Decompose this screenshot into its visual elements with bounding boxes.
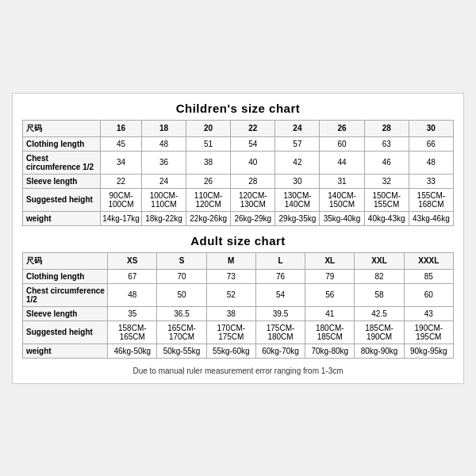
cell-1-0: 34: [101, 151, 142, 174]
col-header-20: 20: [186, 120, 231, 136]
cell-3-6: 150CM-155CM: [364, 188, 409, 211]
table-row: weight14kg-17kg18kg-22kg22kg-26kg26kg-29…: [23, 211, 454, 225]
cell-3-1: 165CM-170CM: [157, 321, 206, 344]
cell-0-6: 85: [404, 269, 453, 283]
row-label-3: Suggested height: [23, 321, 108, 344]
cell-2-3: 28: [231, 174, 275, 188]
size-chart-container: Children's size chart 尺码1618202224262830…: [12, 93, 464, 384]
cell-0-4: 57: [275, 136, 320, 151]
cell-3-2: 170CM-175CM: [206, 321, 255, 344]
row-label-2: Sleeve length: [23, 306, 108, 321]
cell-2-4: 41: [305, 306, 355, 321]
col-header-24: 24: [275, 120, 320, 136]
cell-3-4: 130CM-140CM: [275, 188, 320, 211]
cell-4-1: 18kg-22kg: [141, 211, 186, 225]
col-header-30: 30: [409, 120, 453, 136]
cell-3-0: 90CM-100CM: [101, 188, 142, 211]
row-label-2: Sleeve length: [23, 174, 101, 188]
col-header-xxl: XXL: [355, 252, 404, 269]
cell-4-2: 22kg-26kg: [186, 211, 231, 225]
row-label-3: Suggested height: [23, 188, 101, 211]
cell-2-0: 22: [101, 174, 142, 188]
row-label-1: Chest circumference 1/2: [23, 151, 101, 174]
cell-4-5: 35kg-40kg: [320, 211, 364, 225]
table-row: weight46kg-50kg50kg-55kg55kg-60kg60kg-70…: [23, 344, 454, 358]
cell-0-1: 48: [141, 136, 186, 151]
cell-1-3: 54: [255, 283, 305, 306]
cell-1-2: 52: [206, 283, 255, 306]
cell-4-6: 90kg-95kg: [404, 344, 453, 358]
cell-3-7: 155CM-168CM: [409, 188, 453, 211]
cell-0-1: 70: [157, 269, 206, 283]
cell-3-2: 110CM-120CM: [186, 188, 231, 211]
table-row: Suggested height90CM-100CM100CM-110CM110…: [23, 188, 454, 211]
row-label-0: Clothing length: [23, 136, 101, 151]
adult-header-row: 尺码XSSMLXLXXLXXXL: [23, 252, 454, 269]
cell-2-6: 32: [364, 174, 409, 188]
col-header-xs: XS: [108, 252, 157, 269]
col-header-尺码: 尺码: [23, 252, 108, 269]
cell-4-5: 80kg-90kg: [355, 344, 404, 358]
cell-3-4: 180CM-185CM: [305, 321, 355, 344]
cell-1-1: 36: [141, 151, 186, 174]
cell-2-2: 26: [186, 174, 231, 188]
children-table: 尺码1618202224262830 Clothing length454851…: [22, 120, 454, 226]
cell-1-1: 50: [157, 283, 206, 306]
cell-0-2: 73: [206, 269, 255, 283]
children-chart-title: Children's size chart: [22, 102, 454, 115]
cell-1-3: 40: [231, 151, 275, 174]
adult-chart-title: Adult size chart: [22, 234, 454, 248]
cell-3-1: 100CM-110CM: [141, 188, 186, 211]
cell-2-3: 39.5: [255, 306, 305, 321]
row-label-1: Chest circumference 1/2: [23, 283, 108, 306]
children-header-row: 尺码1618202224262830: [23, 120, 454, 136]
adult-table: 尺码XSSMLXLXXLXXXL Clothing length67707376…: [22, 252, 454, 359]
cell-2-5: 31: [320, 174, 364, 188]
row-label-4: weight: [23, 344, 108, 358]
cell-3-5: 140CM-150CM: [320, 188, 364, 211]
cell-1-4: 42: [275, 151, 320, 174]
cell-3-3: 175CM-180CM: [255, 321, 305, 344]
cell-0-2: 51: [186, 136, 231, 151]
cell-2-0: 35: [108, 306, 157, 321]
cell-1-7: 48: [409, 151, 453, 174]
cell-2-2: 38: [206, 306, 255, 321]
cell-4-3: 26kg-29kg: [231, 211, 275, 225]
cell-4-7: 43kg-46kg: [409, 211, 453, 225]
table-row: Chest circumference 1/23436384042444648: [23, 151, 454, 174]
cell-1-5: 44: [320, 151, 364, 174]
cell-3-6: 190CM-195CM: [404, 321, 453, 344]
cell-0-7: 66: [409, 136, 453, 151]
cell-0-5: 60: [320, 136, 364, 151]
cell-1-5: 58: [355, 283, 404, 306]
table-row: Suggested height158CM-165CM165CM-170CM17…: [23, 321, 454, 344]
table-row: Sleeve length2224262830313233: [23, 174, 454, 188]
adult-body: Clothing length67707376798285Chest circu…: [23, 269, 454, 358]
col-header-xl: XL: [305, 252, 355, 269]
cell-3-5: 185CM-190CM: [355, 321, 404, 344]
cell-2-1: 36.5: [157, 306, 206, 321]
table-row: Chest circumference 1/248505254565860: [23, 283, 454, 306]
row-label-0: Clothing length: [23, 269, 108, 283]
cell-2-5: 42.5: [355, 306, 404, 321]
cell-4-3: 60kg-70kg: [255, 344, 305, 358]
cell-0-4: 79: [305, 269, 355, 283]
cell-2-7: 33: [409, 174, 453, 188]
cell-2-1: 24: [141, 174, 186, 188]
col-header-l: L: [255, 252, 305, 269]
children-body: Clothing length4548515457606366Chest cir…: [23, 136, 454, 225]
col-header-18: 18: [141, 120, 186, 136]
cell-0-0: 67: [108, 269, 157, 283]
cell-0-3: 54: [231, 136, 275, 151]
col-header-28: 28: [364, 120, 409, 136]
cell-4-2: 55kg-60kg: [206, 344, 255, 358]
cell-3-3: 120CM-130CM: [231, 188, 275, 211]
cell-1-6: 60: [404, 283, 453, 306]
cell-2-4: 30: [275, 174, 320, 188]
cell-0-0: 45: [101, 136, 142, 151]
measurement-note: Due to manual ruler measurement error ra…: [22, 367, 454, 375]
col-header-16: 16: [101, 120, 142, 136]
cell-1-4: 56: [305, 283, 355, 306]
cell-4-6: 40kg-43kg: [364, 211, 409, 225]
table-row: Sleeve length3536.53839.54142.543: [23, 306, 454, 321]
